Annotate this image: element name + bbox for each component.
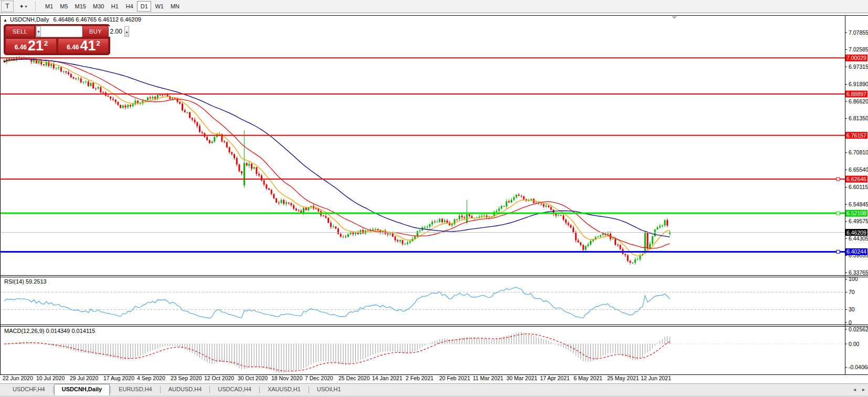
svg-text:6.52108: 6.52108 bbox=[846, 210, 866, 216]
volume-stepper: ▼ ▲ bbox=[36, 26, 81, 37]
chart-tab-usdcad[interactable]: USDCAD,H4 bbox=[210, 384, 259, 395]
caret-down-icon: ▼ bbox=[37, 30, 40, 34]
timeframe-button-m30[interactable]: M30 bbox=[90, 1, 107, 12]
svg-text:6.76157: 6.76157 bbox=[846, 132, 866, 139]
volume-decrease-button[interactable]: ▼ bbox=[36, 26, 41, 37]
sell-price-big: 21 bbox=[28, 39, 44, 53]
svg-text:25 Dec 2020: 25 Dec 2020 bbox=[338, 375, 370, 381]
symbol-title: USDCNH,Daily bbox=[10, 16, 49, 23]
timeframe-button-h1[interactable]: H1 bbox=[108, 1, 122, 12]
timeframe-button-m5[interactable]: M5 bbox=[57, 1, 71, 12]
sell-price-small: 6.46 bbox=[15, 44, 27, 51]
svg-text:4 Sep 2020: 4 Sep 2020 bbox=[137, 375, 165, 381]
tab-separator bbox=[160, 386, 161, 393]
chevron-down-icon: ▾ bbox=[25, 4, 27, 9]
svg-text:6.62646: 6.62646 bbox=[846, 176, 866, 182]
svg-text:18 Nov 2020: 18 Nov 2020 bbox=[271, 375, 303, 381]
svg-text:6.44305: 6.44305 bbox=[849, 235, 868, 242]
svg-text:6.60115: 6.60115 bbox=[849, 184, 868, 190]
text-tool-icon: T bbox=[5, 3, 9, 10]
chart-canvas[interactable]: 7.078557.025856.973156.918906.866206.813… bbox=[0, 0, 868, 397]
svg-text:6.49575: 6.49575 bbox=[849, 218, 868, 224]
tabbar-scroll-left-button[interactable]: ◂ bbox=[853, 386, 856, 392]
chart-tab-eurusd[interactable]: EURUSD,H4 bbox=[111, 384, 160, 395]
svg-text:7.07855: 7.07855 bbox=[849, 29, 868, 36]
buy-price-display[interactable]: 6.46412 bbox=[58, 38, 109, 54]
svg-text:17 Apr 2021: 17 Apr 2021 bbox=[540, 375, 570, 381]
svg-text:6.97315: 6.97315 bbox=[849, 64, 868, 70]
chart-tab-usoil[interactable]: USOil,H1 bbox=[310, 384, 348, 395]
sell-button[interactable]: SELL bbox=[5, 26, 35, 37]
svg-text:23 Sep 2020: 23 Sep 2020 bbox=[171, 375, 202, 381]
buy-price-big: 41 bbox=[80, 39, 96, 53]
top-toolbar: T ✦ ▾ M1M5M15M30H1H4D1W1MN bbox=[0, 0, 868, 13]
sell-price-superscript: 2 bbox=[44, 39, 48, 47]
svg-text:20 Feb 2021: 20 Feb 2021 bbox=[439, 375, 470, 381]
chart-tabs: USDCHF,H4USDCNH,DailyEURUSD,H4AUDUSD,H4U… bbox=[5, 384, 348, 395]
svg-text:11 Mar 2021: 11 Mar 2021 bbox=[473, 375, 503, 381]
svg-text:6.91890: 6.91890 bbox=[849, 81, 868, 87]
tabbar-scroll-arrows: ◂ ▸ bbox=[853, 386, 865, 392]
chart-tab-usdchf[interactable]: USDCHF,H4 bbox=[5, 384, 52, 395]
timeframe-button-h4[interactable]: H4 bbox=[122, 1, 136, 12]
svg-text:6.40244: 6.40244 bbox=[846, 248, 866, 255]
chart-tab-usdcnh[interactable]: USDCNH,Daily bbox=[54, 384, 110, 395]
svg-text:30: 30 bbox=[849, 306, 855, 312]
trading-terminal: 7.078557.025856.973156.918906.866206.813… bbox=[0, 0, 868, 397]
svg-text:7.00029: 7.00029 bbox=[846, 55, 866, 61]
cursor-tool-button[interactable]: ✦ ▾ bbox=[14, 1, 32, 12]
chart-tab-bar: USDCHF,H4USDCNH,DailyEURUSD,H4AUDUSD,H4U… bbox=[0, 383, 868, 395]
timeframe-button-w1[interactable]: W1 bbox=[152, 1, 167, 12]
collapse-triangle-icon: ▲ bbox=[3, 18, 7, 23]
timeframe-button-d1[interactable]: D1 bbox=[137, 1, 151, 12]
sell-price-display[interactable]: 6.46212 bbox=[5, 38, 57, 54]
tab-separator bbox=[53, 386, 54, 393]
timeframe-button-mn[interactable]: MN bbox=[167, 1, 183, 12]
chart-window-header: ▲USDCNH,Daily6.46486 6.46765 6.46112 6.4… bbox=[3, 16, 141, 23]
svg-text:0: 0 bbox=[849, 319, 852, 326]
timeframe-button-m1[interactable]: M1 bbox=[42, 1, 56, 12]
tab-separator bbox=[110, 386, 111, 393]
svg-text:22 Jun 2020: 22 Jun 2020 bbox=[3, 375, 33, 381]
svg-text:7.02585: 7.02585 bbox=[849, 46, 868, 53]
one-click-trading-panel: SELL ▼ ▲ BUY 6.46212 6.46412 bbox=[4, 24, 110, 55]
svg-text:6.46209: 6.46209 bbox=[846, 229, 866, 236]
svg-text:6.54845: 6.54845 bbox=[849, 201, 868, 207]
svg-text:14 Jan 2021: 14 Jan 2021 bbox=[372, 375, 403, 381]
text-tool-button[interactable]: T bbox=[2, 1, 13, 12]
buy-price-superscript: 2 bbox=[97, 39, 100, 47]
svg-text:2 Feb 2021: 2 Feb 2021 bbox=[406, 375, 433, 381]
ohlc-readout: 6.46486 6.46765 6.46112 6.46209 bbox=[53, 16, 141, 23]
svg-text:10 Jul 2020: 10 Jul 2020 bbox=[36, 375, 65, 381]
svg-text:-0.040687: -0.040687 bbox=[849, 364, 868, 370]
chart-tab-audusd[interactable]: AUDUSD,H4 bbox=[161, 384, 209, 395]
price-axis[interactable]: 7.078557.025856.973156.918906.866206.813… bbox=[845, 29, 868, 276]
svg-text:0.00: 0.00 bbox=[849, 341, 860, 347]
toolbar-grip bbox=[35, 2, 39, 11]
buy-price-small: 6.46 bbox=[67, 44, 79, 51]
cursor-star-icon: ✦ bbox=[19, 3, 24, 10]
svg-text:30 Mar 2021: 30 Mar 2021 bbox=[506, 375, 537, 381]
svg-text:6.65540: 6.65540 bbox=[849, 166, 868, 173]
chart-tab-xauusd[interactable]: XAUUSD,H1 bbox=[260, 384, 308, 395]
tab-separator bbox=[309, 386, 309, 393]
svg-text:0.025623: 0.025623 bbox=[849, 326, 868, 332]
tab-separator bbox=[209, 386, 210, 393]
svg-text:6.70810: 6.70810 bbox=[849, 149, 868, 155]
svg-text:12 Jun 2021: 12 Jun 2021 bbox=[641, 375, 671, 381]
svg-text:70: 70 bbox=[849, 289, 855, 295]
svg-text:12 Oct 2020: 12 Oct 2020 bbox=[204, 375, 234, 381]
svg-text:6.86620: 6.86620 bbox=[849, 98, 868, 105]
timeframe-button-m15[interactable]: M15 bbox=[72, 1, 89, 12]
volume-increase-button[interactable]: ▲ bbox=[124, 26, 129, 37]
chart-background bbox=[0, 15, 868, 382]
caret-up-icon: ▲ bbox=[125, 30, 129, 34]
rsi-indicator-label: RSI(14) 59.2513 bbox=[4, 278, 47, 285]
timeframe-button-group: M1M5M15M30H1H4D1W1MN bbox=[42, 1, 183, 12]
buy-button[interactable]: BUY bbox=[82, 26, 109, 37]
svg-text:7 Dec 2020: 7 Dec 2020 bbox=[305, 375, 333, 381]
tab-separator bbox=[259, 386, 260, 393]
svg-text:100: 100 bbox=[849, 276, 858, 282]
tabbar-scroll-right-button[interactable]: ▸ bbox=[862, 386, 865, 392]
svg-text:6.88897: 6.88897 bbox=[846, 91, 866, 97]
